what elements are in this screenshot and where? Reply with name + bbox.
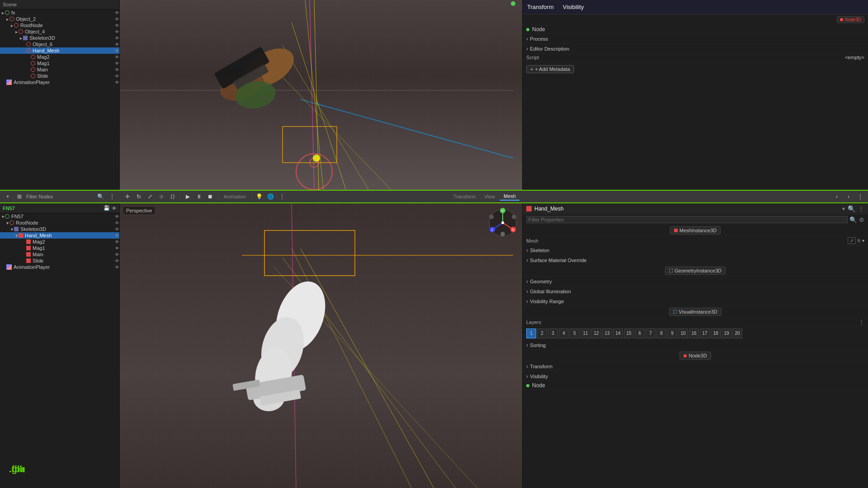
eye-icon[interactable]: 👁 <box>115 258 119 263</box>
tab-animation[interactable]: Animation <box>220 193 250 200</box>
filter-nodes-button[interactable]: ⊞ <box>14 192 24 202</box>
tree-item-mag2-bot[interactable]: Mag2 👁 <box>0 239 119 245</box>
top-tree-scroll[interactable]: ▸ fx 👁 ▸ Object_2 👁 ▸ RootNode 👁 <box>0 9 119 186</box>
layer-6-btn[interactable]: 6 <box>635 328 645 338</box>
eye-icon-header[interactable]: 👁 <box>112 206 117 211</box>
mesh-arrow-btn[interactable]: ▾ <box>862 238 864 243</box>
tree-item-animplayer-bot[interactable]: AnimationPlayer 👁 <box>0 264 119 270</box>
mesh-copy-btn[interactable]: ⎘ <box>858 238 860 243</box>
visibility-tab[interactable]: Visibility <box>563 4 584 10</box>
layer-1-btn[interactable]: 1 <box>526 328 536 338</box>
props-scroll[interactable]: Process Editor Description Script <empty… <box>523 34 868 190</box>
tree-item-object4[interactable]: ▸ Object_4 👁 <box>0 28 119 35</box>
tree-options-button[interactable]: ⋮ <box>107 192 117 202</box>
eye-icon[interactable]: 👁 <box>115 17 119 22</box>
eye-icon[interactable]: 👁 <box>115 74 119 79</box>
filter-settings-btn[interactable]: ⚙ <box>859 216 864 223</box>
sorting-section[interactable]: Sorting <box>523 340 868 350</box>
bottom-nav-gizmo[interactable]: Y Z X <box>487 207 519 239</box>
eye-icon[interactable]: 👁 <box>115 23 119 28</box>
scale-tool[interactable]: ⤢ <box>145 192 155 202</box>
layer-16-btn[interactable]: 16 <box>689 328 699 338</box>
eye-icon[interactable]: 👁 <box>115 265 119 270</box>
tree-item-animplayer-top[interactable]: AnimationPlayer 👁 <box>0 79 119 85</box>
transform-tab[interactable]: Transform <box>527 4 554 10</box>
layer-18-btn[interactable]: 18 <box>711 328 721 338</box>
tree-item-fn57[interactable]: ▾ FN57 👁 <box>0 213 119 220</box>
add-metadata-button[interactable]: + + Add Metadata <box>526 65 574 73</box>
tree-item-mag1-bot[interactable]: Mag1 👁 <box>0 245 119 251</box>
eye-icon[interactable]: 👁 <box>115 239 119 244</box>
tree-item-rootnode-top[interactable]: ▸ RootNode 👁 <box>0 22 119 28</box>
tree-item-main-top[interactable]: Main 👁 <box>0 66 119 73</box>
eye-icon[interactable]: 👁 <box>115 227 119 232</box>
tab-transform[interactable]: Transform <box>450 193 480 200</box>
tree-item-object6[interactable]: Object_6 👁 <box>0 41 119 47</box>
layer-13-btn[interactable]: 13 <box>602 328 612 338</box>
layer-4-btn[interactable]: 4 <box>559 328 569 338</box>
tree-item-object2[interactable]: ▸ Object_2 👁 <box>0 16 119 22</box>
layer-5-btn[interactable]: 5 <box>570 328 580 338</box>
visibility-bottom-section[interactable]: Visibility <box>523 371 868 381</box>
toolbar-right-more[interactable]: ⋮ <box>855 192 865 202</box>
more-btn[interactable]: ⋮ <box>277 192 287 202</box>
eye-icon[interactable]: 👁 <box>115 246 119 251</box>
tree-item-fx[interactable]: ▸ fx 👁 <box>0 9 119 16</box>
move2-tool[interactable]: ⟨⟩ <box>168 192 178 202</box>
eye-icon[interactable]: 👁 <box>115 80 119 85</box>
layer-17-btn[interactable]: 17 <box>700 328 710 338</box>
eye-icon[interactable]: 👁 <box>115 214 119 219</box>
global-illumination-section[interactable]: Global Illumination <box>523 286 868 296</box>
editor-desc-section[interactable]: Editor Description <box>523 44 868 54</box>
layer-14-btn[interactable]: 14 <box>613 328 623 338</box>
env-btn[interactable]: 🌐 <box>266 192 276 202</box>
eye-icon[interactable]: 👁 <box>115 221 119 225</box>
layer-11-btn[interactable]: 11 <box>580 328 590 338</box>
pause-button[interactable]: ⏸ <box>194 192 204 202</box>
tree-item-skeleton3d-top[interactable]: ▸ Skeleton3D 👁 <box>0 35 119 41</box>
eye-icon[interactable]: 👁 <box>115 36 119 41</box>
process-section[interactable]: Process <box>523 34 868 44</box>
layer-10-btn[interactable]: 10 <box>678 328 688 338</box>
eye-icon[interactable]: 👁 <box>115 42 119 47</box>
add-node-button[interactable]: + <box>3 192 13 202</box>
filter-search-btn[interactable]: 🔍 <box>849 216 857 223</box>
geometry-section[interactable]: Geometry <box>523 277 868 286</box>
eye-icon[interactable]: 👁 <box>115 48 119 53</box>
tab-view[interactable]: View <box>481 193 499 200</box>
visibility-range-section[interactable]: Visibility Range <box>523 296 868 306</box>
eye-icon[interactable]: 👁 <box>115 55 119 60</box>
save-icon[interactable]: 💾 <box>104 205 110 211</box>
light-btn[interactable]: 💡 <box>255 192 264 202</box>
layers-more-btn[interactable]: ⋮ <box>859 319 864 325</box>
eye-icon[interactable]: 👁 <box>115 67 119 72</box>
tree-item-skeleton3d-bot[interactable]: ▾ Skeleton3D 👁 <box>0 226 119 232</box>
more-props-btn[interactable]: ⋮ <box>858 205 864 212</box>
tree-item-rootnode-bot[interactable]: ▾ RootNode 👁 <box>0 220 119 226</box>
tree-item-mag2-top[interactable]: Mag2 👁 <box>0 54 119 60</box>
filter-props-input[interactable] <box>526 216 848 223</box>
layer-7-btn[interactable]: 7 <box>646 328 656 338</box>
tree-item-slide-bot[interactable]: Slide 👁 <box>0 258 119 264</box>
layer-19-btn[interactable]: 19 <box>722 328 731 338</box>
layer-12-btn[interactable]: 12 <box>591 328 601 338</box>
prev-button[interactable]: ‹ <box>832 192 842 202</box>
play-button[interactable]: ▶ <box>183 192 193 202</box>
rotate-tool[interactable]: ↻ <box>134 192 144 202</box>
layer-2-btn[interactable]: 2 <box>537 328 547 338</box>
stop-button[interactable]: ⏹ <box>205 192 215 202</box>
move-tool[interactable]: ✛ <box>123 192 132 202</box>
layer-15-btn[interactable]: 15 <box>624 328 634 338</box>
eye-icon[interactable]: 👁 <box>115 10 119 15</box>
tab-mesh[interactable]: Mesh <box>500 192 519 201</box>
layer-8-btn[interactable]: 8 <box>656 328 666 338</box>
eye-icon[interactable]: 👁 <box>115 233 119 238</box>
skeleton-section[interactable]: Skeleton <box>523 245 868 255</box>
layer-20-btn[interactable]: 20 <box>732 328 742 338</box>
bottom-props-scroll[interactable]: MeshInstance3D Mesh ⤢ ⎘ ▾ Skeleton Surfa… <box>523 225 868 483</box>
dropdown-btn[interactable]: ▾ <box>842 206 845 212</box>
tree-item-main-bot[interactable]: Main 👁 <box>0 251 119 258</box>
tree-item-slide-top[interactable]: Slide 👁 <box>0 73 119 79</box>
search-props-btn[interactable]: 🔍 <box>848 205 855 212</box>
surface-material-section[interactable]: Surface Material Override <box>523 255 868 265</box>
